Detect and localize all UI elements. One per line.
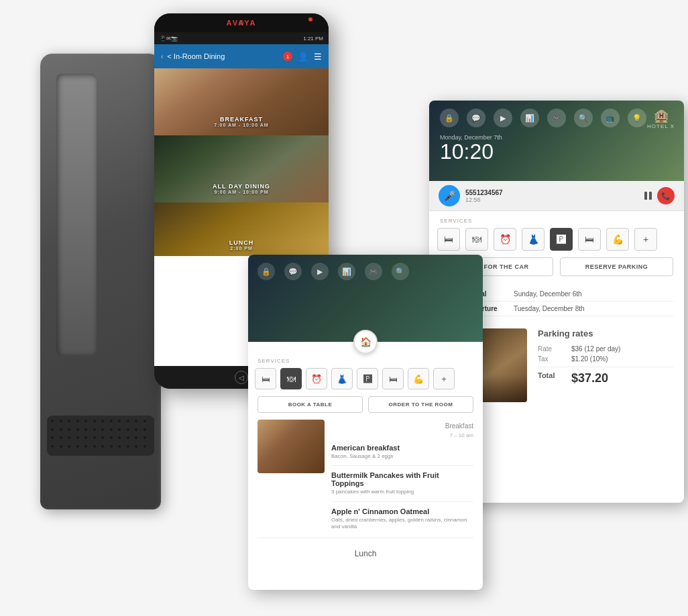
call-pause-button[interactable] <box>644 192 652 200</box>
book-table-button[interactable]: BOOK A TABLE <box>257 396 363 413</box>
order-room-button[interactable]: ORDER TO THE ROOM <box>368 396 473 413</box>
section-subtitle: 7 – 10 am <box>331 432 473 438</box>
rt-service-icons: 🛏 🍽 ⏰ 👗 🅿 🛏 💪 + <box>429 228 684 251</box>
service-icon-clothes[interactable]: 👗 <box>331 368 353 389</box>
rt-service-bed2[interactable]: 🛏 <box>578 228 601 251</box>
all-day-title: ALL DAY DINING <box>154 183 329 190</box>
home-button[interactable]: 🏠 <box>353 330 378 354</box>
rt-service-alarm[interactable]: ⏰ <box>494 228 516 251</box>
service-icon-dining[interactable]: 🍽 <box>280 368 302 389</box>
total-label: Total <box>538 371 565 385</box>
breakfast-subtitle: 7:00 AM - 10:00 AM <box>154 123 329 127</box>
rt-icon-chart[interactable]: 📊 <box>520 109 539 127</box>
phone-top-bar: AVAYA <box>154 13 329 32</box>
tablet-icon-play[interactable]: ▶ <box>311 263 329 280</box>
status-right: 1:21 PM <box>303 36 323 42</box>
call-info: 5551234567 12:56 <box>465 189 639 203</box>
right-tablet-icon-row: 🔒 💬 ▶ 📊 🎮 🔍 📺 💡 <box>429 101 684 127</box>
reserve-parking-button[interactable]: RESERVE PARKING <box>560 257 673 276</box>
tablet-icon-search[interactable]: 🔍 <box>392 263 409 280</box>
rt-service-plus[interactable]: + <box>634 228 657 251</box>
call-bar: 🎤 5551234567 12:56 📞 <box>429 181 684 211</box>
breakfast-title: BREAKFAST <box>154 116 329 123</box>
rt-service-dining[interactable]: 🍽 <box>465 228 488 251</box>
rt-icon-play[interactable]: ▶ <box>494 109 512 127</box>
service-icon-gym[interactable]: 💪 <box>408 368 429 389</box>
parking-departure-value: Tuesday, December 8th <box>514 305 585 312</box>
phone-header-left: ‹ < In-Room Dining <box>161 52 225 60</box>
menu-item-3-name: Apple n' Cinnamon Oatmeal <box>331 507 473 515</box>
tablet-screen: 🔒 💬 ▶ 📊 🎮 🔍 🏠 SERVICES 🛏 🍽 ⏰ 👗 🅿 🛏 💪 + B… <box>248 255 483 590</box>
tablet-icon-row: 🔒 💬 ▶ 📊 🎮 🔍 <box>248 255 483 280</box>
rt-icon-game[interactable]: 🎮 <box>547 109 566 127</box>
rt-icon-search[interactable]: 🔍 <box>574 109 593 127</box>
avaya-logo: AVAYA <box>227 19 257 27</box>
call-duration: 12:56 <box>465 196 639 203</box>
menu-icon[interactable]: ☰ <box>314 52 322 62</box>
tablet-content: Breakfast 7 – 10 am American breakfast B… <box>248 420 483 564</box>
service-icon-parking[interactable]: 🅿 <box>357 368 378 389</box>
parking-arrival-value: Sunday, December 6th <box>514 290 582 298</box>
section-title: Breakfast <box>331 420 473 432</box>
menu-item-3-desc: Oats, dried cranberries, apples, golden … <box>331 517 473 531</box>
phone-header-icons: 1 👤 ☰ <box>283 52 322 62</box>
notification-badge[interactable]: 1 <box>283 52 292 61</box>
service-icon-bed2[interactable]: 🛏 <box>382 368 404 389</box>
parking-details: Parking rates Rate $36 (12 per day) Tax … <box>538 328 673 402</box>
tablet-icon-msg[interactable]: 💬 <box>284 263 302 280</box>
rt-icon-light[interactable]: 💡 <box>628 109 646 127</box>
status-left: 📱✉📷 <box>160 36 178 42</box>
lunch-subtitle: 2:00 PM <box>154 246 329 251</box>
all-day-subtitle: 9:00 AM - 10:00 PM <box>154 190 329 194</box>
breakfast-section[interactable]: BREAKFAST 7:00 AM - 10:00 AM <box>154 68 329 135</box>
rate-label: Rate <box>538 345 565 353</box>
rt-icon-lock[interactable]: 🔒 <box>440 109 459 127</box>
tablet-icon-lock[interactable]: 🔒 <box>257 263 275 280</box>
rt-service-clothes[interactable]: 👗 <box>522 228 544 251</box>
hotel-building-icon: 🏨 <box>647 109 675 123</box>
rate-value: $36 (12 per day) <box>571 345 620 353</box>
lunch-title: LUNCH <box>154 239 329 246</box>
dock-slot <box>56 74 97 355</box>
tablet-header-bg: 🔒 💬 ▶ 📊 🎮 🔍 🏠 <box>248 255 483 342</box>
rt-services-label: SERVICES <box>429 211 684 228</box>
menu-divider <box>331 465 473 466</box>
bottom-section: Lunch <box>257 544 473 564</box>
tablet-action-buttons: BOOK A TABLE ORDER TO THE ROOM <box>248 389 483 420</box>
parking-tax-row: Tax $1.20 (10%) <box>538 355 673 363</box>
lunch-section[interactable]: LUNCH 2:00 PM <box>154 202 329 256</box>
hotel-logo: 🏨 HOTEL X <box>647 109 675 129</box>
phone-status-bar: 📱✉📷 1:21 PM <box>154 32 329 44</box>
service-icon-plus[interactable]: + <box>433 368 455 389</box>
phone-header: ‹ < In-Room Dining 1 👤 ☰ <box>154 44 329 68</box>
all-day-dining-section[interactable]: ALL DAY DINING 9:00 AM - 10:00 PM <box>154 135 329 202</box>
rt-service-gym[interactable]: 💪 <box>606 228 629 251</box>
parking-rates-title: Parking rates <box>538 328 673 338</box>
call-avatar: 🎤 <box>439 185 460 206</box>
rt-service-bed[interactable]: 🛏 <box>437 228 460 251</box>
call-number: 5551234567 <box>465 189 639 196</box>
tablet-icon-game[interactable]: 🎮 <box>365 263 382 280</box>
person-icon: 👤 <box>298 52 308 62</box>
menu-item-1-desc: Bacon, Sausage & 2 eggs <box>331 453 473 460</box>
service-icon-alarm[interactable]: ⏰ <box>306 368 327 389</box>
service-icon-bed[interactable]: 🛏 <box>255 368 276 389</box>
tablet-menu-item-row: Breakfast 7 – 10 am American breakfast B… <box>257 420 473 531</box>
tax-label: Tax <box>538 355 565 363</box>
call-end-button[interactable]: 📞 <box>657 187 675 204</box>
hotel-name: HOTEL X <box>647 123 675 129</box>
parking-rate-row: Rate $36 (12 per day) <box>538 345 673 353</box>
tablet-icon-chart[interactable]: 📊 <box>338 263 355 280</box>
call-actions: 📞 <box>644 187 675 204</box>
tax-value: $1.20 (10%) <box>571 355 608 363</box>
menu-divider-2 <box>331 501 473 502</box>
menu-item-details: Breakfast 7 – 10 am American breakfast B… <box>331 420 473 531</box>
bottom-divider <box>257 538 473 538</box>
nav-back-button[interactable]: ◁ <box>235 371 248 384</box>
dining-title[interactable]: < In-Room Dining <box>167 52 225 60</box>
menu-item-2-desc: 3 pancakes with warm fruit topping <box>331 489 473 495</box>
rt-service-parking[interactable]: 🅿 <box>550 228 573 251</box>
rt-icon-tv[interactable]: 📺 <box>601 109 620 127</box>
rt-icon-msg[interactable]: 💬 <box>467 109 485 127</box>
parking-total-row: Total $37.20 <box>538 367 673 385</box>
